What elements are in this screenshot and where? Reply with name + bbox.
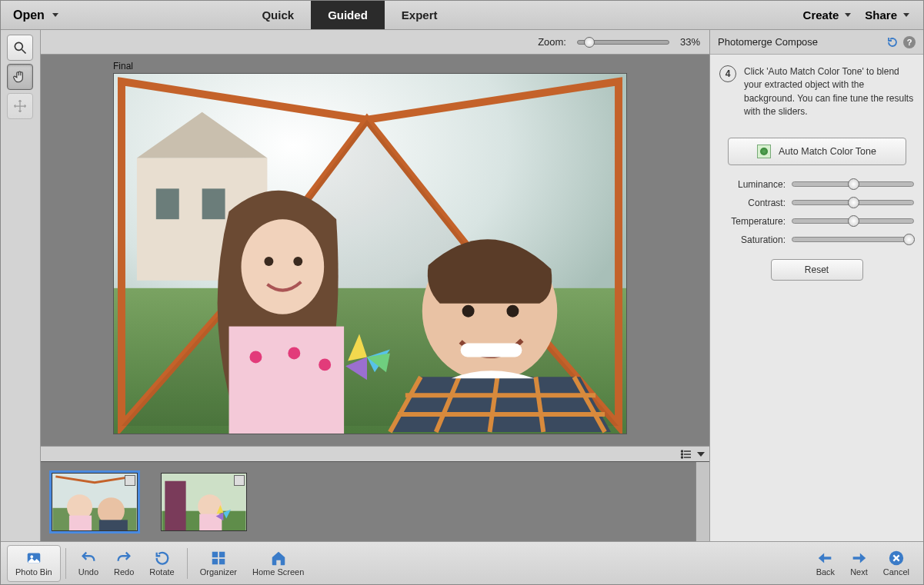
top-menu-bar: Open Quick Guided Expert Create Share [1,1,923,30]
rotate-label: Rotate [149,567,174,577]
photo-bin-label: Photo Bin [15,567,52,577]
svg-point-15 [319,358,331,371]
svg-point-35 [682,454,683,455]
svg-point-14 [288,347,300,359]
tab-quick[interactable]: Quick [245,1,311,29]
saturation-slider[interactable] [792,237,914,242]
contrast-slider[interactable] [792,200,914,205]
photo-bin [41,461,709,541]
reset-panel-icon[interactable] [886,36,899,48]
photobin-scrollbar[interactable] [696,462,709,541]
undo-label: Undo [78,567,98,577]
canvas-image[interactable] [113,73,627,434]
saturation-thumb[interactable] [903,234,915,245]
next-label: Next [850,567,868,577]
luminance-label: Luminance: [719,179,786,190]
move-tool [7,93,33,119]
svg-line-1 [22,50,26,54]
luminance-slider[interactable] [792,181,914,187]
svg-rect-42 [99,520,128,530]
temperature-slider[interactable] [792,218,914,224]
svg-rect-53 [212,552,218,557]
redo-icon [115,550,132,567]
move-icon [12,98,28,114]
help-icon[interactable]: ? [903,36,916,48]
hand-tool[interactable] [7,64,33,90]
contrast-thumb[interactable] [848,197,859,208]
create-menu[interactable]: Create [803,8,852,22]
zoom-bar: Zoom: 33% [41,30,709,55]
caret-down-icon [52,13,58,17]
mode-tabs: Quick Guided Expert [245,1,454,29]
tool-strip [1,30,41,541]
chevron-down-icon[interactable] [697,452,705,457]
tab-expert[interactable]: Expert [385,1,455,29]
next-button[interactable]: Next [842,545,876,582]
photo-bin-button[interactable]: Photo Bin [7,545,61,582]
canvas-label: Final [113,61,133,71]
svg-point-22 [506,305,519,317]
photobin-thumb-2[interactable] [161,473,247,531]
cancel-icon [888,550,905,567]
svg-rect-54 [219,552,225,557]
step-number: 4 [719,65,736,82]
redo-label: Redo [114,567,134,577]
svg-point-10 [264,257,273,266]
share-label: Share [865,8,897,22]
canvas-viewport[interactable]: Final [41,55,709,446]
hand-icon [12,69,28,85]
svg-point-0 [15,42,22,50]
auto-match-label: Auto Match Color Tone [779,146,876,157]
back-button[interactable]: Back [809,545,842,582]
share-menu[interactable]: Share [865,8,909,22]
zoom-value: 33% [680,36,700,48]
tab-guided[interactable]: Guided [311,1,385,29]
back-label: Back [816,567,835,577]
panel-header: Photomerge Compose ? [710,30,923,55]
rotate-icon [154,550,171,567]
open-label: Open [13,8,45,22]
rotate-button[interactable]: Rotate [142,545,182,582]
home-icon [270,550,287,567]
organizer-label: Organizer [200,567,237,577]
cancel-button[interactable]: Cancel [876,545,917,582]
svg-point-36 [682,457,683,458]
auto-match-color-tone-button[interactable]: Auto Match Color Tone [728,138,906,165]
contrast-label: Contrast: [719,198,786,208]
auto-match-icon [757,145,771,158]
svg-rect-56 [219,559,225,564]
photo-placeholder [114,74,626,434]
photo-bin-icon [25,550,42,567]
right-panel: Photomerge Compose ? 4 Click 'Auto Match… [709,30,923,541]
reset-button[interactable]: Reset [771,259,863,281]
svg-rect-12 [229,327,345,434]
svg-point-52 [30,555,33,558]
photobin-thumb-1[interactable] [52,473,138,531]
svg-point-21 [462,305,475,317]
canvas-footer-bar [41,446,709,461]
undo-icon [80,550,97,567]
arrow-right-icon [850,550,867,567]
list-icon[interactable] [680,448,692,460]
svg-point-11 [293,257,302,266]
svg-rect-23 [461,344,522,357]
undo-button[interactable]: Undo [71,545,106,582]
caret-down-icon [903,13,909,17]
zoom-tool[interactable] [7,35,33,61]
redo-button[interactable]: Redo [106,545,142,582]
organizer-icon [210,550,227,567]
svg-rect-7 [202,188,225,219]
canvas-area: Zoom: 33% Final [41,30,709,541]
svg-point-9 [242,219,325,314]
create-label: Create [803,8,839,22]
temperature-thumb[interactable] [848,215,859,227]
organizer-button[interactable]: Organizer [192,545,245,582]
home-screen-button[interactable]: Home Screen [245,545,312,582]
zoom-label: Zoom: [538,36,566,48]
caret-down-icon [845,13,851,17]
open-menu[interactable]: Open [1,8,71,22]
zoom-slider[interactable] [577,40,669,45]
luminance-thumb[interactable] [848,178,859,190]
zoom-slider-thumb[interactable] [584,37,595,48]
cancel-label: Cancel [883,567,909,577]
